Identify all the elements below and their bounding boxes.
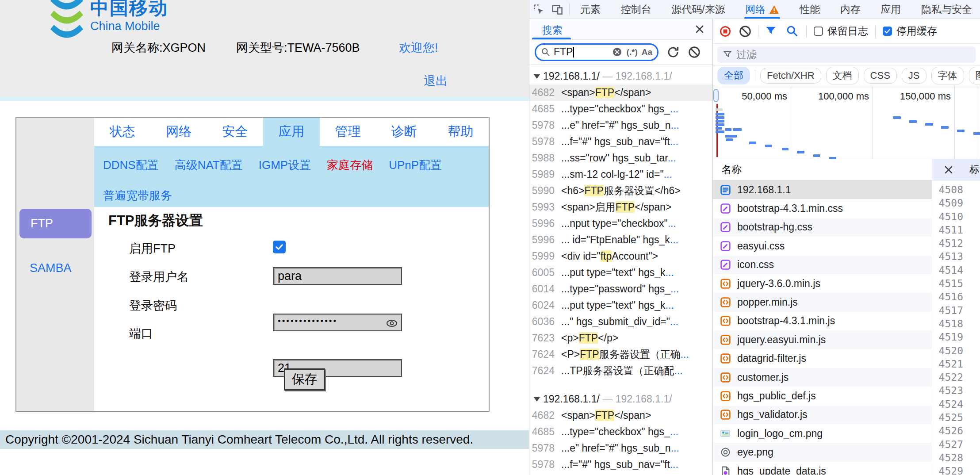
subtab-IGMP设置[interactable]: IGMP设置 — [259, 157, 311, 173]
request-row[interactable]: datagrid-filter.js — [713, 349, 932, 368]
clear-results-icon[interactable] — [688, 46, 701, 59]
request-row[interactable]: bootstrap-hg.css — [713, 218, 932, 237]
preserve-log-checkbox[interactable] — [814, 27, 823, 36]
tab-状态[interactable]: 状态 — [94, 118, 150, 146]
subtab-DDNS配置[interactable]: DDNS配置 — [103, 157, 159, 173]
filter-chip-字体[interactable]: 字体 — [931, 67, 964, 84]
tab-应用[interactable]: 应用 — [263, 118, 319, 146]
network-search-icon[interactable] — [786, 25, 799, 38]
sidebar-item-samba[interactable]: SAMBA — [30, 261, 72, 275]
devtools-tab-源代码/来源[interactable]: 源代码/来源 — [667, 0, 729, 19]
subtab-普遍宽带服务[interactable]: 普遍宽带服务 — [103, 188, 172, 203]
clear-network-log-icon[interactable] — [739, 25, 752, 38]
search-result-row[interactable]: 5993<span>启用FTP</span> — [529, 199, 712, 215]
search-result-row[interactable]: 7624...TP服务器设置（正确配... — [529, 363, 712, 379]
request-row[interactable]: icon.css — [713, 256, 932, 274]
search-result-row[interactable]: 5989...sm-12 col-lg-12" id="... — [529, 166, 712, 183]
request-row[interactable]: jquery-3.6.0.min.js — [713, 274, 932, 293]
filter-chip-Fetch/XHR[interactable]: Fetch/XHR — [760, 68, 821, 84]
network-filter-input[interactable]: 过滤 — [717, 46, 976, 63]
search-result-row[interactable]: 4682<span>FTP</span> — [529, 84, 712, 101]
request-row[interactable]: bootstrap-4.3.1.min.css — [713, 199, 932, 218]
headers-tab[interactable]: 标 — [969, 163, 980, 176]
search-result-row[interactable]: 5988...ss="row" hgs_sub_tar... — [529, 473, 712, 475]
devtools-tab-网络[interactable]: 网络 — [741, 0, 784, 19]
search-tab[interactable]: 搜索 — [542, 23, 563, 37]
filter-chip-文档[interactable]: 文档 — [826, 67, 859, 84]
search-result-row[interactable]: 7623<p>FTP</p> — [529, 330, 712, 346]
password-field[interactable]: •••••••••••••• — [273, 314, 402, 331]
search-result-row[interactable]: 5996... id="FtpEnable" hgs_k... — [529, 232, 712, 248]
match-case-toggle[interactable]: Aa — [642, 47, 652, 57]
search-result-row[interactable]: 5999<div id="ftpAccount"> — [529, 248, 712, 264]
search-result-row[interactable]: 5996...nput type="checkbox"... — [529, 215, 712, 232]
tab-网络[interactable]: 网络 — [150, 118, 207, 146]
search-result-row[interactable]: 5978...f="#" hgs_sub_nav="ft... — [529, 134, 712, 150]
subtab-家庭存储[interactable]: 家庭存储 — [327, 157, 373, 173]
search-result-row[interactable]: 6024...put type="text" hgs_k... — [529, 297, 712, 314]
tab-管理[interactable]: 管理 — [320, 118, 376, 146]
request-row[interactable]: 192.168.1.1 — [713, 180, 932, 199]
search-group-header[interactable]: 192.168.1.1/ — 192.168.1.1/ — [529, 68, 712, 84]
filter-chip-JS[interactable]: JS — [902, 68, 926, 84]
sidebar-item-ftp[interactable]: FTP — [19, 209, 92, 238]
search-result-row[interactable]: 5978...e" href="#" hgs_sub_n... — [529, 440, 712, 456]
devtools-tab-内存[interactable]: 内存 — [836, 0, 865, 19]
devtools-tab-元素[interactable]: 元素 — [576, 0, 605, 19]
request-row[interactable]: eye.png — [713, 443, 932, 461]
devtools-tab-控制台[interactable]: 控制台 — [616, 0, 656, 19]
name-column-header[interactable]: 名称 — [713, 159, 932, 180]
filter-chip-全部[interactable]: 全部 — [717, 67, 750, 84]
search-result-row[interactable]: 6005...put type="text" hgs_k... — [529, 264, 712, 281]
tab-帮助[interactable]: 帮助 — [433, 118, 489, 146]
search-result-row[interactable]: 4685...type="checkbox" hgs_... — [529, 424, 712, 440]
request-row[interactable]: easyui.css — [713, 237, 932, 255]
request-row[interactable]: popper.min.js — [713, 293, 932, 311]
request-row[interactable]: hgs_update_data.js — [713, 462, 932, 475]
request-row[interactable]: login_logo_cm.png — [713, 424, 932, 443]
search-result-row[interactable]: 5978...f="#" hgs_sub_nav="ft... — [529, 456, 712, 473]
subtab-UPnP配置[interactable]: UPnP配置 — [389, 157, 442, 173]
search-result-row[interactable]: 6014...type="password" hgs_... — [529, 281, 712, 297]
search-close-icon[interactable] — [694, 23, 705, 35]
refresh-icon[interactable] — [666, 46, 680, 59]
filter-chip-图片[interactable]: 图片 — [969, 67, 980, 84]
search-result-row[interactable]: 4682<span>FTP</span> — [529, 407, 712, 424]
subtab-高级NAT配置[interactable]: 高级NAT配置 — [175, 157, 243, 173]
device-toolbar-icon[interactable] — [548, 1, 567, 17]
match-text: ...f="#" hgs_sub_nav="ft — [561, 459, 670, 470]
record-icon[interactable] — [720, 26, 731, 37]
search-group-header[interactable]: 192.168.1.1/ — 192.168.1.1/ — [529, 391, 712, 407]
inspect-element-icon[interactable] — [529, 1, 548, 17]
overview-grip[interactable] — [713, 89, 719, 102]
request-row[interactable]: customer.js — [713, 368, 932, 387]
regex-toggle[interactable]: (.*) — [626, 47, 637, 57]
logout-link[interactable]: 退出 — [424, 73, 448, 89]
username-field[interactable]: para — [273, 267, 402, 285]
tab-诊断[interactable]: 诊断 — [376, 118, 432, 146]
request-row[interactable]: jquery.easyui.min.js — [713, 330, 932, 349]
search-input[interactable]: FTP (.*) Aa — [535, 43, 658, 61]
search-result-row[interactable]: 5988...ss="row" hgs_sub_tar... — [529, 150, 712, 166]
search-result-row[interactable]: 7624<P>FTP服务器设置（正确... — [529, 346, 712, 363]
search-result-row[interactable]: 4685...type="checkbox" hgs_... — [529, 101, 712, 117]
filter-funnel-icon[interactable] — [765, 25, 778, 38]
eye-icon[interactable] — [386, 318, 398, 329]
tab-安全[interactable]: 安全 — [207, 118, 263, 146]
devtools-tab-性能[interactable]: 性能 — [795, 0, 824, 19]
network-overview-timeline[interactable]: 50,000 ms100,000 ms150,000 ms — [713, 86, 980, 159]
search-result-row[interactable]: 5990<h6>FTP服务器设置</h6> — [529, 183, 712, 199]
search-result-row[interactable]: 6036..." hgs_submit_div_id="... — [529, 314, 712, 330]
request-row[interactable]: hgs_public_def.js — [713, 387, 932, 405]
search-result-row[interactable]: 5978...e" href="#" hgs_sub_n... — [529, 117, 712, 134]
disable-cache-checkbox[interactable] — [883, 27, 892, 36]
save-button[interactable]: 保存 — [284, 368, 325, 391]
close-preview-icon[interactable] — [943, 164, 954, 176]
clear-query-icon[interactable] — [612, 47, 622, 57]
request-row[interactable]: hgs_validator.js — [713, 406, 932, 424]
enable-ftp-checkbox[interactable] — [273, 241, 286, 253]
devtools-tab-隐私与安全[interactable]: 隐私与安全 — [917, 0, 976, 19]
request-row[interactable]: bootstrap-4.3.1.min.js — [713, 312, 932, 330]
devtools-tab-应用[interactable]: 应用 — [876, 0, 905, 19]
filter-chip-CSS[interactable]: CSS — [864, 68, 897, 84]
